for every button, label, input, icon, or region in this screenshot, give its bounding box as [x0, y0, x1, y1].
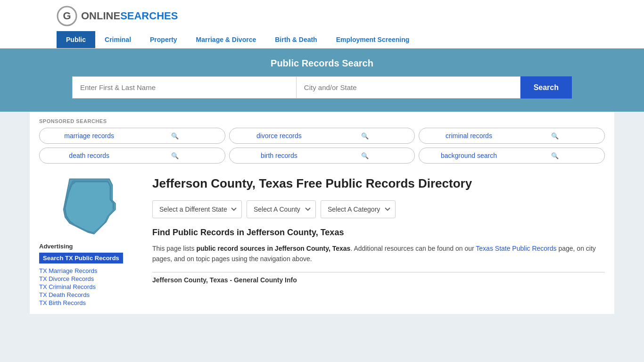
ad-link-marriage[interactable]: TX Marriage Records: [39, 267, 143, 274]
nav-property[interactable]: Property: [140, 31, 187, 48]
county-dropdown[interactable]: Select A County: [247, 200, 316, 218]
header: G ONLINESEARCHES Public Criminal Propert…: [0, 0, 644, 49]
dropdowns-row: Select a Different State Select A County…: [152, 200, 605, 218]
ad-highlight[interactable]: Search TX Public Records: [39, 253, 123, 263]
nav-marriage-divorce[interactable]: Marriage & Divorce: [187, 31, 266, 48]
left-column: Advertising Search TX Public Records TX …: [39, 176, 143, 306]
sponsored-grid: marriage records 🔍 divorce records 🔍 cri…: [39, 128, 605, 164]
two-col-layout: Advertising Search TX Public Records TX …: [39, 168, 605, 314]
search-icon-birth: 🔍: [322, 152, 408, 159]
sponsored-birth[interactable]: birth records 🔍: [229, 148, 415, 164]
state-dropdown[interactable]: Select a Different State: [152, 200, 242, 218]
search-bar: Search: [72, 76, 572, 99]
nav-employment[interactable]: Employment Screening: [327, 31, 419, 48]
right-column: Jefferson County, Texas Free Public Reco…: [152, 176, 605, 306]
advertising-label: Advertising: [39, 243, 143, 250]
sponsored-marriage[interactable]: marriage records 🔍: [39, 128, 225, 144]
sponsored-death[interactable]: death records 🔍: [39, 148, 225, 164]
sponsored-label: SPONSORED SEARCHES: [39, 118, 605, 124]
ad-links: TX Marriage Records TX Divorce Records T…: [39, 267, 143, 306]
main-nav: Public Criminal Property Marriage & Divo…: [9, 31, 635, 48]
sponsored-background[interactable]: background search 🔍: [419, 148, 605, 164]
texas-state-link[interactable]: Texas State Public Records: [476, 245, 556, 252]
search-icon-marriage: 🔍: [132, 132, 218, 140]
logo-icon: G: [57, 6, 77, 26]
search-icon-background: 🔍: [512, 152, 598, 159]
nav-public[interactable]: Public: [57, 31, 95, 48]
ad-link-birth[interactable]: TX Birth Records: [39, 299, 143, 306]
main-content: SPONSORED SEARCHES marriage records 🔍 di…: [30, 112, 614, 314]
nav-birth-death[interactable]: Birth & Death: [265, 31, 326, 48]
search-icon-criminal: 🔍: [512, 132, 598, 140]
sponsored-criminal[interactable]: criminal records 🔍: [419, 128, 605, 144]
search-banner: Public Records Search Search: [0, 49, 644, 112]
ad-link-death[interactable]: TX Death Records: [39, 291, 143, 298]
find-records-title: Find Public Records in Jefferson County,…: [152, 228, 605, 238]
nav-criminal[interactable]: Criminal: [95, 31, 140, 48]
logo-area: G ONLINESEARCHES: [9, 6, 635, 26]
location-input[interactable]: [296, 76, 520, 99]
texas-map: [58, 176, 124, 237]
logo-text: ONLINESEARCHES: [81, 10, 178, 22]
search-icon-death: 🔍: [132, 152, 218, 159]
svg-text:G: G: [63, 10, 71, 22]
county-title: Jefferson County, Texas Free Public Reco…: [152, 176, 605, 192]
ad-link-divorce[interactable]: TX Divorce Records: [39, 275, 143, 282]
ad-link-criminal[interactable]: TX Criminal Records: [39, 283, 143, 290]
search-icon-divorce: 🔍: [322, 132, 408, 140]
name-input[interactable]: [72, 76, 296, 99]
sponsored-divorce[interactable]: divorce records 🔍: [229, 128, 415, 144]
find-records-text: This page lists public record sources in…: [152, 243, 605, 264]
category-dropdown[interactable]: Select A Category: [321, 200, 396, 218]
sponsored-section: SPONSORED SEARCHES marriage records 🔍 di…: [39, 112, 605, 168]
county-info-bar: Jefferson County, Texas - General County…: [152, 272, 605, 284]
search-button[interactable]: Search: [520, 76, 572, 99]
banner-title: Public Records Search: [9, 58, 635, 69]
